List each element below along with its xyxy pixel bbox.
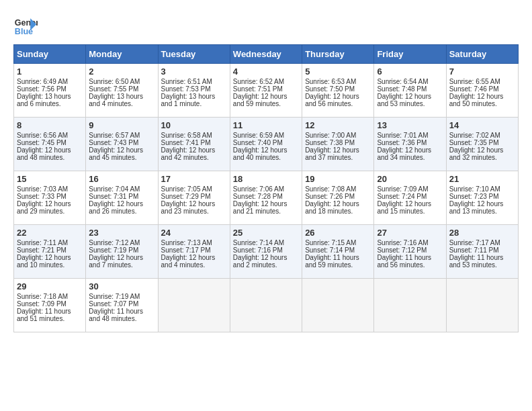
day-info-line: Daylight: 12 hours — [17, 146, 83, 154]
day-info-line: Sunset: 7:31 PM — [89, 193, 154, 200]
day-info-line: and 34 minutes. — [377, 154, 443, 161]
day-info-line: Sunrise: 7:10 AM — [449, 185, 515, 193]
calendar-cell: 29Sunrise: 7:18 AMSunset: 7:09 PMDayligh… — [14, 279, 86, 332]
calendar-cell: 5Sunrise: 6:53 AMSunset: 7:50 PMDaylight… — [302, 64, 374, 118]
calendar-cell: 21Sunrise: 7:10 AMSunset: 7:23 PMDayligh… — [446, 171, 518, 225]
day-info-line: Sunset: 7:28 PM — [233, 193, 299, 200]
day-info-line: Sunrise: 7:08 AM — [305, 185, 371, 193]
day-number: 10 — [161, 120, 227, 130]
day-info-line: Daylight: 12 hours — [89, 146, 154, 154]
page-header: General Blue — [13, 13, 519, 38]
calendar-cell: 23Sunrise: 7:12 AMSunset: 7:19 PMDayligh… — [86, 225, 158, 279]
day-info-line: Sunrise: 7:18 AM — [17, 293, 83, 300]
calendar-cell: 3Sunrise: 6:51 AMSunset: 7:53 PMDaylight… — [158, 64, 230, 118]
day-info-line: and 2 minutes. — [233, 261, 299, 269]
day-info-line: Sunrise: 6:55 AM — [449, 78, 515, 85]
day-number: 24 — [161, 228, 227, 238]
day-info-line: and 37 minutes. — [305, 154, 371, 161]
day-info-line: Sunset: 7:53 PM — [161, 85, 227, 93]
day-info-line: Daylight: 11 hours — [449, 254, 515, 261]
day-info-line: Sunrise: 7:15 AM — [305, 239, 371, 246]
day-info-line: Sunset: 7:19 PM — [89, 246, 154, 254]
day-info-line: and 4 minutes. — [161, 261, 227, 269]
weekday-header: Sunday — [14, 45, 86, 64]
day-info-line: Sunset: 7:51 PM — [233, 85, 299, 93]
weekday-header: Friday — [374, 45, 446, 64]
day-number: 8 — [17, 120, 83, 130]
day-number: 22 — [17, 228, 83, 238]
day-info-line: Sunrise: 6:56 AM — [17, 132, 83, 139]
day-info-line: Sunrise: 6:53 AM — [305, 78, 371, 85]
calendar-cell: 15Sunrise: 7:03 AMSunset: 7:33 PMDayligh… — [14, 171, 86, 225]
calendar-cell: 10Sunrise: 6:58 AMSunset: 7:41 PMDayligh… — [158, 118, 230, 171]
day-info-line: Sunrise: 7:19 AM — [89, 293, 154, 300]
day-info-line: Daylight: 12 hours — [449, 146, 515, 154]
calendar-cell: 9Sunrise: 6:57 AMSunset: 7:43 PMDaylight… — [86, 118, 158, 171]
day-info-line: Sunset: 7:43 PM — [89, 139, 154, 146]
day-info-line: Sunset: 7:29 PM — [161, 193, 227, 200]
day-info-line: Sunset: 7:45 PM — [17, 139, 83, 146]
day-info-line: Daylight: 12 hours — [305, 200, 371, 208]
day-info-line: and 21 minutes. — [233, 208, 299, 215]
day-info-line: Sunset: 7:17 PM — [161, 246, 227, 254]
calendar-cell: 28Sunrise: 7:17 AMSunset: 7:11 PMDayligh… — [446, 225, 518, 279]
day-info-line: Sunset: 7:55 PM — [89, 85, 154, 93]
day-number: 2 — [89, 66, 154, 77]
day-info-line: Sunset: 7:24 PM — [377, 193, 443, 200]
day-info-line: Sunrise: 7:09 AM — [377, 185, 443, 193]
day-number: 11 — [233, 120, 299, 130]
day-number: 18 — [233, 174, 299, 184]
day-info-line: Sunrise: 7:01 AM — [377, 132, 443, 139]
day-info-line: Sunset: 7:41 PM — [161, 139, 227, 146]
day-info-line: Sunset: 7:50 PM — [305, 85, 371, 93]
day-number: 23 — [89, 228, 154, 238]
day-info-line: and 40 minutes. — [233, 154, 299, 161]
day-info-line: Sunrise: 7:03 AM — [17, 185, 83, 193]
day-info-line: and 29 minutes. — [17, 208, 83, 215]
day-info-line: Daylight: 12 hours — [449, 93, 515, 100]
calendar-cell: 22Sunrise: 7:11 AMSunset: 7:21 PMDayligh… — [14, 225, 86, 279]
day-info-line: Sunrise: 6:58 AM — [161, 132, 227, 139]
weekday-header: Tuesday — [158, 45, 230, 64]
day-number: 20 — [377, 174, 443, 184]
day-number: 26 — [305, 228, 371, 238]
day-info-line: Sunrise: 7:11 AM — [17, 239, 83, 246]
day-info-line: Sunset: 7:16 PM — [233, 246, 299, 254]
day-info-line: Daylight: 12 hours — [377, 146, 443, 154]
day-number: 16 — [89, 174, 154, 184]
calendar-cell: 14Sunrise: 7:02 AMSunset: 7:35 PMDayligh… — [446, 118, 518, 171]
day-info-line: and 42 minutes. — [161, 154, 227, 161]
day-number: 1 — [17, 66, 83, 77]
day-info-line: Sunrise: 6:52 AM — [233, 78, 299, 85]
day-info-line: Sunset: 7:11 PM — [449, 246, 515, 254]
day-number: 12 — [305, 120, 371, 130]
day-number: 17 — [161, 174, 227, 184]
day-info-line: Daylight: 12 hours — [161, 146, 227, 154]
day-info-line: Daylight: 12 hours — [305, 93, 371, 100]
day-info-line: and 7 minutes. — [89, 261, 154, 269]
day-info-line: Daylight: 12 hours — [377, 93, 443, 100]
day-info-line: Sunrise: 6:51 AM — [161, 78, 227, 85]
day-info-line: Daylight: 12 hours — [233, 254, 299, 261]
logo: General Blue — [13, 13, 38, 38]
day-info-line: Sunset: 7:26 PM — [305, 193, 371, 200]
day-info-line: Sunset: 7:07 PM — [89, 300, 154, 308]
calendar-cell: 7Sunrise: 6:55 AMSunset: 7:46 PMDaylight… — [446, 64, 518, 118]
calendar-cell: 2Sunrise: 6:50 AMSunset: 7:55 PMDaylight… — [86, 64, 158, 118]
day-number: 21 — [449, 174, 515, 184]
day-number: 3 — [161, 66, 227, 77]
weekday-header: Monday — [86, 45, 158, 64]
day-info-line: and 6 minutes. — [17, 100, 83, 107]
day-info-line: Daylight: 12 hours — [233, 93, 299, 100]
day-info-line: Sunset: 7:38 PM — [305, 139, 371, 146]
day-info-line: and 59 minutes. — [233, 100, 299, 107]
day-info-line: and 50 minutes. — [449, 100, 515, 107]
day-info-line: and 53 minutes. — [377, 100, 443, 107]
day-info-line: Sunset: 7:35 PM — [449, 139, 515, 146]
day-info-line: Sunset: 7:23 PM — [449, 193, 515, 200]
day-info-line: Sunrise: 7:04 AM — [89, 185, 154, 193]
calendar-cell: 25Sunrise: 7:14 AMSunset: 7:16 PMDayligh… — [230, 225, 302, 279]
day-info-line: Daylight: 11 hours — [305, 254, 371, 261]
calendar-cell: 11Sunrise: 6:59 AMSunset: 7:40 PMDayligh… — [230, 118, 302, 171]
day-info-line: Sunrise: 7:05 AM — [161, 185, 227, 193]
